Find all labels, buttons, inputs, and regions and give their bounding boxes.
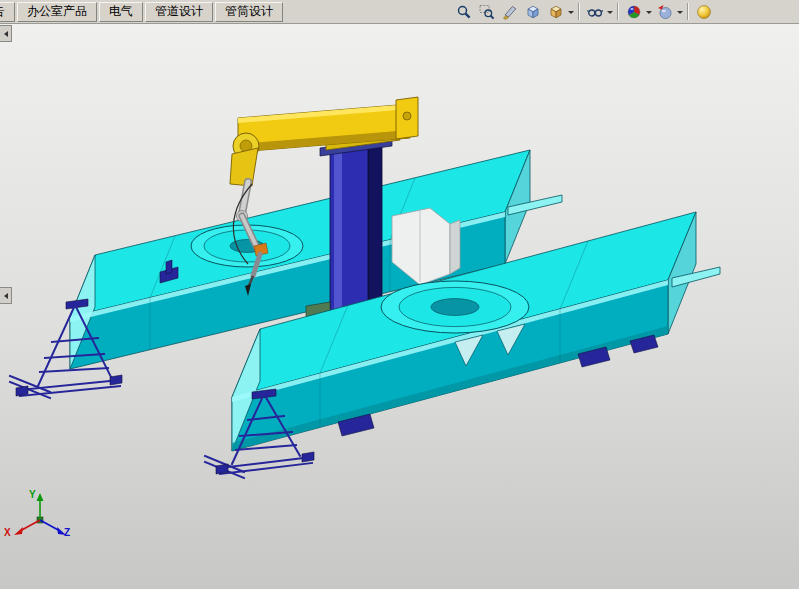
x-axis-label: X (4, 527, 11, 538)
apply-scene-icon[interactable] (653, 1, 676, 22)
hide-show-items-icon[interactable] (583, 1, 606, 22)
view-orientation-icon[interactable] (521, 1, 544, 22)
heads-up-view-toolbar (452, 0, 799, 23)
y-axis-label: Y (29, 489, 36, 500)
zoom-area-icon[interactable] (475, 1, 498, 22)
dropdown-arrow-icon[interactable] (646, 11, 652, 17)
dropdown-arrow-icon[interactable] (607, 11, 613, 17)
toolbar-separator (687, 3, 689, 20)
dropdown-arrow-icon[interactable] (677, 11, 683, 17)
tab-electrical[interactable]: 电气 (99, 2, 143, 22)
tab-tubing-design[interactable]: 管筒设计 (215, 2, 283, 22)
panel-collapse-arrow[interactable] (0, 287, 12, 304)
graphics-area[interactable]: Y X Z (0, 24, 799, 589)
display-style-icon[interactable] (544, 1, 567, 22)
command-manager-toolbar: 告 办公室产品 电气 管道设计 管筒设计 (0, 0, 799, 24)
section-view-icon[interactable] (498, 1, 521, 22)
view-settings-icon[interactable] (692, 1, 715, 22)
3d-scene[interactable]: Y X Z (0, 24, 799, 589)
zoom-fit-icon[interactable] (452, 1, 475, 22)
panel-collapse-arrow[interactable] (0, 25, 12, 42)
toolbar-separator (617, 3, 619, 20)
z-axis-label: Z (64, 527, 70, 538)
tab-partial[interactable]: 告 (0, 2, 15, 22)
tab-piping-design[interactable]: 管道设计 (145, 2, 213, 22)
dropdown-arrow-icon[interactable] (568, 11, 574, 17)
edit-appearance-icon[interactable] (622, 1, 645, 22)
tab-office-products[interactable]: 办公室产品 (17, 2, 97, 22)
toolbar-separator (578, 3, 580, 20)
left-arrow-icon (1, 31, 8, 37)
left-arrow-icon (1, 293, 8, 299)
